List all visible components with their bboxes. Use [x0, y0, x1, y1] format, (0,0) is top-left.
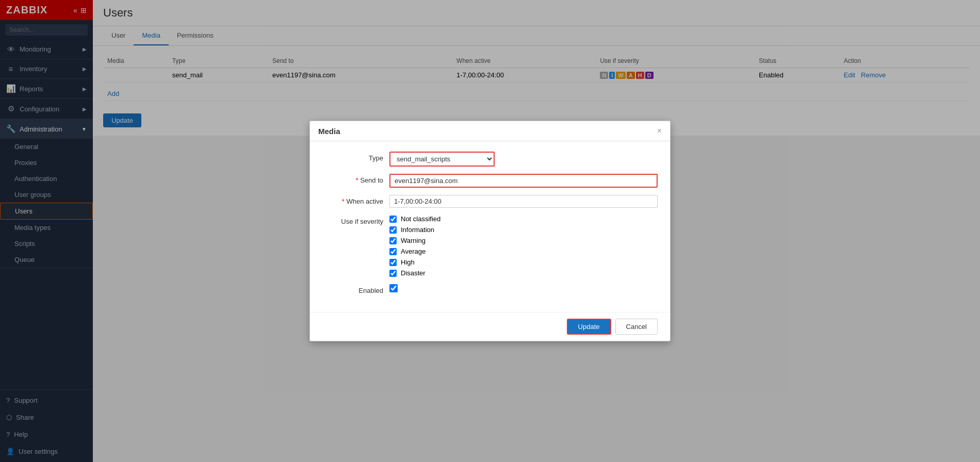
- checkbox-information[interactable]: [389, 226, 397, 234]
- enabled-checkbox[interactable]: [389, 284, 398, 292]
- severity-average: Average: [389, 248, 440, 255]
- modal-update-button[interactable]: Update: [567, 319, 611, 335]
- form-row-type: Type send_mail_scripts Email SMS: [322, 152, 658, 167]
- modal-header: Media ×: [310, 121, 670, 141]
- checkbox-average[interactable]: [389, 248, 397, 255]
- when-active-input[interactable]: [389, 195, 658, 208]
- severity-information-label: Information: [401, 226, 434, 234]
- type-select-wrapper: send_mail_scripts Email SMS: [389, 152, 495, 167]
- form-row-severity: Use if severity Not classified Informati…: [322, 215, 658, 277]
- enabled-label: Enabled: [322, 284, 389, 294]
- modal-cancel-button[interactable]: Cancel: [615, 319, 658, 335]
- form-row-when-active: When active: [322, 195, 658, 208]
- severity-not-classified: Not classified: [389, 215, 440, 223]
- checkbox-warning[interactable]: [389, 237, 397, 244]
- send-to-input-wrapper: [389, 174, 658, 188]
- modal-overlay: Media × Type send_mail_scripts Email SMS…: [0, 0, 980, 462]
- severity-high-label: High: [401, 258, 415, 266]
- type-select[interactable]: send_mail_scripts Email SMS: [390, 153, 494, 166]
- when-active-label: When active: [322, 195, 389, 205]
- severity-label: Use if severity: [322, 215, 389, 225]
- checkbox-not-classified[interactable]: [389, 216, 397, 223]
- checkbox-disaster[interactable]: [389, 270, 397, 277]
- severity-warning-label: Warning: [401, 237, 426, 244]
- form-row-send-to: Send to: [322, 174, 658, 188]
- modal-close-button[interactable]: ×: [657, 126, 662, 136]
- severity-disaster-label: Disaster: [401, 269, 426, 277]
- send-to-input[interactable]: [390, 175, 657, 187]
- type-label: Type: [322, 152, 389, 162]
- severity-average-label: Average: [401, 248, 426, 255]
- form-row-enabled: Enabled: [322, 284, 658, 294]
- severity-warning: Warning: [389, 237, 440, 244]
- send-to-label: Send to: [322, 174, 389, 184]
- severity-not-classified-label: Not classified: [401, 215, 440, 223]
- modal-title: Media: [318, 127, 340, 136]
- modal-footer: Update Cancel: [310, 312, 670, 341]
- severity-high: High: [389, 258, 440, 266]
- severity-information: Information: [389, 226, 440, 234]
- severity-disaster: Disaster: [389, 269, 440, 277]
- media-modal: Media × Type send_mail_scripts Email SMS…: [309, 121, 671, 341]
- severity-checkboxes: Not classified Information Warning Avera…: [389, 215, 440, 277]
- modal-body: Type send_mail_scripts Email SMS Send to: [310, 141, 670, 312]
- checkbox-high[interactable]: [389, 259, 397, 266]
